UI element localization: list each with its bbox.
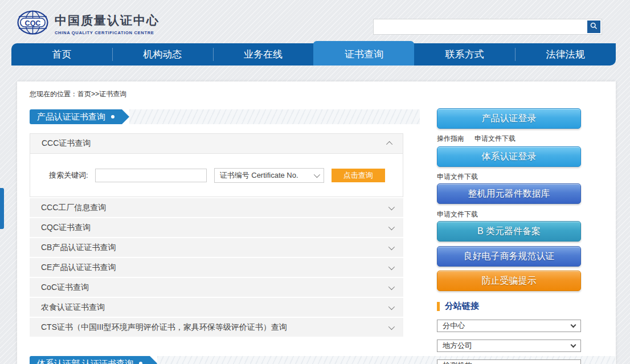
substation-links-heading: 分站链接 xyxy=(437,301,479,312)
branch-center-selected: 分中心 xyxy=(443,321,465,331)
accordion-label: CB产品认证证书查询 xyxy=(41,243,116,253)
chevron-down-icon xyxy=(388,283,395,289)
logo-title-cn: 中国质量认证中心 xyxy=(55,13,159,28)
system-links-row: 申请文件下载 xyxy=(437,172,478,182)
nav-item-laws[interactable]: 法律法规 xyxy=(515,43,616,66)
chevron-down-icon xyxy=(388,323,395,329)
local-company-select[interactable]: 地方公司 xyxy=(437,340,581,352)
section-title: 产品认证证书查询 xyxy=(37,112,105,122)
accordion-label: CoC证书查询 xyxy=(41,283,89,293)
chevron-down-icon xyxy=(313,171,320,177)
chevron-down-icon xyxy=(388,243,395,250)
accordion-label: CTS证书（中国III型环境声明评价证书，家具环保等级评价证书）查询 xyxy=(41,322,287,333)
banner-arrow xyxy=(150,356,157,364)
breadcrumb-path[interactable]: 首页>>证书查询 xyxy=(77,90,126,98)
class-b-components-button[interactable]: B 类元器件备案 xyxy=(437,221,581,242)
accordion-label: 农食认证证书查询 xyxy=(41,302,105,313)
accordion-label: CCC证书查询 xyxy=(42,138,91,149)
breadcrumb-label: 您现在的位置： xyxy=(30,90,77,98)
accordion-label: CQC证书查询 xyxy=(41,223,91,233)
components-links-row: 申请文件下载 xyxy=(437,210,478,219)
accordion-item-cb-cert[interactable]: CB产品认证证书查询 xyxy=(30,238,403,257)
accordion-item-cqc-cert[interactable]: CQC证书查询 xyxy=(30,218,403,237)
application-download-link[interactable]: 申请文件下载 xyxy=(437,172,478,182)
keyword-label: 搜索关键词: xyxy=(49,170,88,181)
nav-item-certificate-query[interactable]: 证书查询 xyxy=(313,41,414,66)
banner-arrow xyxy=(122,109,129,124)
search-input[interactable] xyxy=(374,19,586,34)
section-banner: 产品认证证书查询 xyxy=(30,109,122,124)
keyword-input[interactable] xyxy=(95,169,207,182)
chevron-down-icon xyxy=(571,322,576,328)
chevron-up-icon xyxy=(386,141,392,148)
operation-guide-link[interactable]: 操作指南 xyxy=(437,134,464,144)
search-button[interactable] xyxy=(587,21,600,33)
accordion-item-coc-cert[interactable]: CoC证书查询 xyxy=(30,278,403,297)
components-database-button[interactable]: 整机用元器件数据库 xyxy=(437,183,581,204)
system-cert-login-button[interactable]: 体系认证登录 xyxy=(437,146,581,167)
certificate-accordion: CCC证书查询 搜索关键词: 证书编号 Certificate No. 点击查询… xyxy=(30,133,403,337)
chevron-down-icon xyxy=(571,362,576,364)
accordion-item-ce-cert[interactable]: CE产品认证证书查询 xyxy=(30,258,403,277)
chevron-down-icon xyxy=(388,263,395,269)
nav-item-online-business[interactable]: 业务在线 xyxy=(213,43,314,66)
heading-accent-bar xyxy=(437,302,440,311)
accordion-item-cts-cert[interactable]: CTS证书（中国III型环境声明评价证书，家具环保等级评价证书）查询 xyxy=(30,318,403,337)
page: CQC 中国质量认证中心 CHINA QUALITY CERTIFICATION… xyxy=(0,0,630,364)
chevron-down-icon xyxy=(571,342,576,347)
anti-fraud-button[interactable]: 防止受骗提示 xyxy=(437,271,581,291)
content-card: 您现在的位置：首页>>证书查询 产品认证证书查询 CCC证书查询 搜索关键词: … xyxy=(17,81,616,364)
logo-title-en: CHINA QUALITY CERTIFICATION CENTRE xyxy=(55,30,159,35)
application-download-link[interactable]: 申请文件下载 xyxy=(437,210,478,219)
svg-text:CQC: CQC xyxy=(25,19,41,27)
substation-title-text: 分站链接 xyxy=(445,301,479,312)
section-title: 体系认证部 认证证书查询 xyxy=(37,358,133,364)
application-download-link[interactable]: 申请文件下载 xyxy=(474,134,516,144)
accordion-item-agrifood-cert[interactable]: 农食认证证书查询 xyxy=(30,298,403,317)
search-icon xyxy=(590,22,598,32)
bullet-dot-icon xyxy=(111,115,114,118)
branch-center-select[interactable]: 分中心 xyxy=(437,320,581,332)
ecommerce-certification-button[interactable]: 良好电子商务规范认证 xyxy=(437,246,581,267)
edge-side-widget[interactable] xyxy=(0,188,4,229)
logo-link[interactable]: CQC 中国质量认证中心 CHINA QUALITY CERTIFICATION… xyxy=(17,10,159,37)
chevron-down-icon xyxy=(388,223,395,230)
local-company-selected: 地方公司 xyxy=(443,341,472,351)
main-nav: 首页 机构动态 业务在线 证书查询 联系方式 法律法规 xyxy=(11,43,616,66)
bullet-dot-icon xyxy=(139,362,142,364)
nav-item-contact[interactable]: 联系方式 xyxy=(414,43,515,66)
chevron-down-icon xyxy=(388,203,395,210)
banner-stripes xyxy=(129,109,420,124)
certificate-type-selected: 证书编号 Certificate No. xyxy=(220,170,298,181)
breadcrumb: 您现在的位置：首页>>证书查询 xyxy=(30,89,126,99)
accordion-item-ccc-factory[interactable]: CCC工厂信息查询 xyxy=(30,198,403,217)
product-links-row: 操作指南 申请文件下载 xyxy=(437,134,516,144)
nav-item-home[interactable]: 首页 xyxy=(11,43,112,66)
accordion-label: CCC工厂信息查询 xyxy=(41,203,106,213)
testing-agency-select[interactable]: 检测机构 xyxy=(437,359,581,364)
certificate-type-select[interactable]: 证书编号 Certificate No. xyxy=(214,168,324,183)
testing-agency-selected: 检测机构 xyxy=(443,361,472,364)
product-section-title-row: 产品认证证书查询 xyxy=(30,109,420,124)
ccc-search-panel: 搜索关键词: 证书编号 Certificate No. 点击查询 xyxy=(30,154,403,197)
cqc-globe-icon: CQC xyxy=(17,10,48,37)
query-button[interactable]: 点击查询 xyxy=(332,169,385,182)
header-search xyxy=(373,19,602,35)
nav-item-news[interactable]: 机构动态 xyxy=(112,43,213,66)
accordion-item-ccc-cert[interactable]: CCC证书查询 xyxy=(30,133,403,154)
accordion-label: CE产品认证证书查询 xyxy=(41,263,116,273)
product-cert-login-button[interactable]: 产品认证登录 xyxy=(437,108,581,129)
chevron-down-icon xyxy=(388,303,395,309)
section-banner: 体系认证部 认证证书查询 xyxy=(30,356,150,364)
